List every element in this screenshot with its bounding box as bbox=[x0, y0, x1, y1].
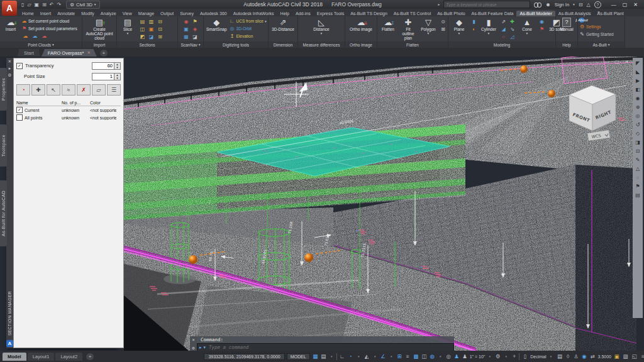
nav-sketch-icon[interactable]: ✎ bbox=[633, 156, 642, 164]
tab-add-ins[interactable]: Add-ins bbox=[292, 11, 314, 16]
units-dropdown[interactable]: Decimal ▾ bbox=[530, 354, 554, 359]
point-size-input[interactable] bbox=[92, 73, 114, 80]
tab-express-tools[interactable]: Express Tools bbox=[314, 11, 347, 16]
point-cloud-mini-icon[interactable]: ☁ bbox=[21, 33, 30, 40]
nav-half-icon[interactable]: ◨ bbox=[633, 138, 642, 146]
tab-annotate[interactable]: Annotate bbox=[54, 11, 78, 16]
section-tool-icon[interactable]: ◫ bbox=[138, 26, 147, 33]
panel-label[interactable]: Modeling bbox=[448, 41, 555, 48]
panel-label[interactable]: Dimension bbox=[269, 41, 297, 48]
search-input[interactable] bbox=[443, 1, 530, 8]
nav-pan-icon[interactable]: ◤ bbox=[633, 59, 642, 67]
application-menu-button[interactable]: A bbox=[2, 1, 17, 16]
modeling-tool-icon[interactable]: ◢ bbox=[499, 26, 508, 33]
section-view-icon[interactable]: ◔ bbox=[16, 84, 30, 96]
isodraft-icon[interactable]: ◭ bbox=[364, 353, 370, 359]
flatten-button[interactable]: ☁↧ Flatten bbox=[379, 17, 397, 32]
scannav-tool-icon[interactable]: ◈ bbox=[191, 26, 199, 33]
point-cloud-row[interactable]: All points unknown <not supporte... bbox=[16, 114, 121, 121]
set-point-cloud-parameters-button[interactable]: ⚑ Set point cloud parameters bbox=[21, 25, 77, 32]
model-space-button[interactable]: MODEL bbox=[287, 353, 310, 360]
tab-output[interactable]: Output bbox=[157, 11, 177, 16]
tab-as-built-ts-design[interactable]: As-Built TS Design bbox=[347, 11, 391, 16]
panel-label[interactable]: Sections bbox=[117, 41, 177, 48]
distance-button[interactable]: ◺ Distance ▾ bbox=[312, 17, 331, 36]
osnap-3d-icon[interactable]: ◍ bbox=[429, 353, 436, 359]
sign-in-button[interactable]: Sign In bbox=[555, 2, 569, 8]
isodraft-caret-icon[interactable]: ▾ bbox=[372, 354, 379, 358]
isolate-objects-icon[interactable]: ♙ bbox=[573, 353, 580, 359]
smartsnap-button[interactable]: ◆ SmartSnap bbox=[205, 17, 228, 32]
point-size-stepper[interactable]: ▲▼ bbox=[114, 73, 121, 80]
osnap-caret-icon[interactable]: ▾ bbox=[388, 354, 395, 358]
dynamic-input-icon[interactable]: ⊞ bbox=[396, 353, 403, 359]
tab-as-built-ts-control[interactable]: As-Built TS Control bbox=[391, 11, 434, 16]
lineweight-icon[interactable]: ≡ bbox=[404, 353, 411, 359]
modeling-tool-icon[interactable]: ⇗ bbox=[499, 18, 508, 25]
a360-icon[interactable]: △ bbox=[587, 2, 591, 8]
point-cloud-mini-icon[interactable]: ☁ bbox=[31, 33, 39, 40]
scannav-tool-icon[interactable]: ⚑ bbox=[191, 18, 199, 25]
tab-analyze[interactable]: Analyze bbox=[97, 11, 119, 16]
layout-tab-layout2[interactable]: Layout2 bbox=[55, 353, 82, 361]
section-expand-icon[interactable]: ✚ bbox=[31, 84, 45, 96]
tab-as-built-analysis[interactable]: As-Built Analysis bbox=[555, 11, 594, 16]
sidebar-tab-toolspace[interactable]: Toolspace bbox=[0, 124, 7, 167]
flatten-mini-icon[interactable]: ⊠ bbox=[439, 26, 447, 33]
save-icon[interactable]: ▣ bbox=[35, 2, 40, 8]
nav-flag-icon[interactable]: ⚑ bbox=[633, 182, 642, 190]
annotation-space-icon[interactable]: ▤ bbox=[557, 353, 564, 359]
maximize-button[interactable]: ▢ bbox=[623, 2, 628, 8]
tray-settings-icon[interactable]: ▣ bbox=[613, 353, 620, 359]
drawing-viewport[interactable]: 40.8006 60.70 61.8145 71.168 71.015 71.2… bbox=[0, 57, 644, 351]
print-icon[interactable]: ⊞ bbox=[42, 2, 47, 8]
section-tool-icon[interactable]: ◩ bbox=[138, 33, 147, 40]
sidebar-tab-as-built[interactable]: As-Built for AutoCAD bbox=[0, 180, 7, 246]
wrench-icon[interactable]: ⚙ bbox=[192, 346, 195, 350]
customize-icon[interactable]: + bbox=[511, 353, 518, 359]
section-tool-icon[interactable]: ▣ bbox=[147, 26, 155, 33]
set-current-point-cloud-button[interactable]: ☁ Set current point cloud bbox=[21, 18, 77, 25]
modeling-tool-icon[interactable]: ○ bbox=[499, 33, 508, 40]
ortho-image-button[interactable]: ☁⇊ Ortho image bbox=[348, 17, 374, 32]
workspace-caret-icon[interactable]: ▾ bbox=[502, 354, 509, 358]
snap-caret-icon[interactable]: ▾ bbox=[328, 354, 335, 358]
panel-label[interactable]: Measure differences bbox=[298, 41, 345, 48]
panel-label[interactable]: Import bbox=[82, 41, 116, 48]
close-button[interactable]: ✕ bbox=[625, 59, 629, 65]
scannav-tool-icon[interactable]: ▦ bbox=[182, 33, 191, 40]
command-window-grip[interactable]: ✕ ⚙ bbox=[190, 336, 197, 351]
modeling-tool-icon[interactable]: ◉ bbox=[538, 18, 546, 25]
exchange-apps-icon[interactable]: ⊟ bbox=[579, 2, 583, 8]
panel-label[interactable]: ScanNav ▾ bbox=[178, 41, 203, 48]
workspace-gear-icon[interactable]: ⚙ bbox=[494, 353, 501, 359]
transparency-icon[interactable]: ▩ bbox=[413, 353, 419, 359]
modeling-tool-icon[interactable]: ✚ bbox=[508, 18, 516, 25]
panel-label[interactable]: Ortho image bbox=[345, 41, 377, 48]
tab-view[interactable]: View bbox=[119, 11, 135, 16]
drawing-units-icon[interactable]: ▯ bbox=[521, 353, 528, 359]
clean-screen-icon[interactable]: ◱ bbox=[631, 353, 638, 359]
row-checkbox[interactable]: ✓ bbox=[16, 107, 23, 113]
section-edit-icon[interactable]: ▱ bbox=[92, 84, 106, 96]
close-icon[interactable]: ✕ bbox=[8, 59, 12, 64]
panel-label[interactable]: As-Built ▾ bbox=[578, 41, 625, 48]
layout-tab-model[interactable]: Model bbox=[3, 353, 26, 361]
new-drawing-button[interactable]: + bbox=[100, 50, 108, 57]
polar-tracking-icon[interactable]: ◔ bbox=[347, 353, 354, 359]
nav-layers-icon[interactable]: ▤ bbox=[633, 191, 642, 199]
nav-box-icon[interactable]: ⊡ bbox=[633, 147, 642, 155]
customization-icon[interactable]: ≡ bbox=[640, 353, 644, 359]
insert-point-cloud-button[interactable]: ☁⇓ Insert bbox=[1, 17, 20, 32]
nav-target-icon[interactable]: ◉ bbox=[633, 94, 642, 102]
hardware-acceleration-icon[interactable]: ◉ bbox=[581, 353, 588, 359]
minimize-button[interactable]: — bbox=[611, 2, 616, 8]
sidebar-tab-properties[interactable]: Properties bbox=[0, 68, 7, 111]
section-folder-icon[interactable]: ⊞ bbox=[156, 33, 164, 40]
nav-view-icon[interactable]: ◧ bbox=[633, 85, 642, 94]
cone-button[interactable]: ▲ Cone ▾ bbox=[518, 17, 536, 36]
row-checkbox[interactable] bbox=[16, 114, 23, 121]
getting-started-button[interactable]: ✎ Getting Started bbox=[579, 31, 614, 38]
modeling-tool-icon[interactable]: ▮ bbox=[470, 18, 478, 25]
chevron-down-icon[interactable]: ▾ bbox=[204, 345, 206, 350]
